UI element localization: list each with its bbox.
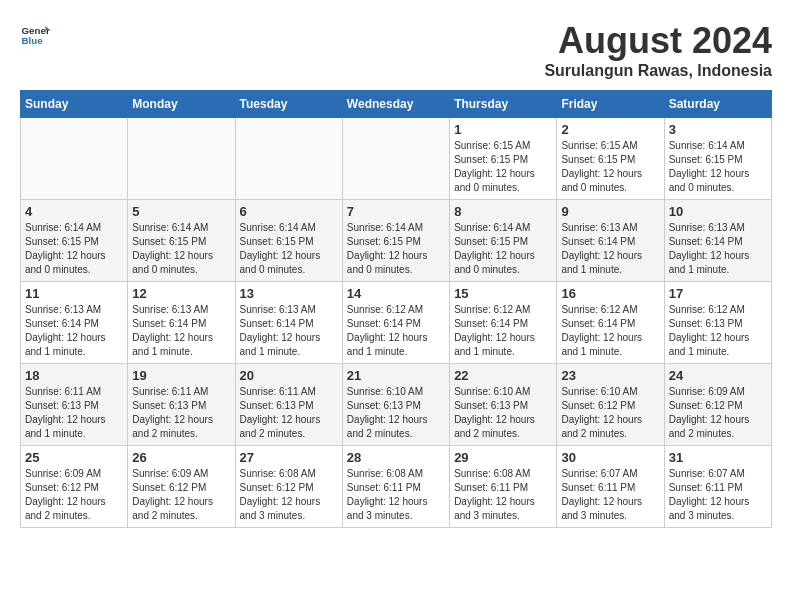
- calendar-table: SundayMondayTuesdayWednesdayThursdayFrid…: [20, 90, 772, 528]
- calendar-cell: 24Sunrise: 6:09 AM Sunset: 6:12 PM Dayli…: [664, 364, 771, 446]
- day-number: 20: [240, 368, 338, 383]
- day-number: 17: [669, 286, 767, 301]
- calendar-cell: 3Sunrise: 6:14 AM Sunset: 6:15 PM Daylig…: [664, 118, 771, 200]
- day-number: 11: [25, 286, 123, 301]
- calendar-cell: 17Sunrise: 6:12 AM Sunset: 6:13 PM Dayli…: [664, 282, 771, 364]
- calendar-cell: 20Sunrise: 6:11 AM Sunset: 6:13 PM Dayli…: [235, 364, 342, 446]
- day-number: 18: [25, 368, 123, 383]
- day-number: 27: [240, 450, 338, 465]
- calendar-cell: 16Sunrise: 6:12 AM Sunset: 6:14 PM Dayli…: [557, 282, 664, 364]
- day-number: 10: [669, 204, 767, 219]
- calendar-cell: 4Sunrise: 6:14 AM Sunset: 6:15 PM Daylig…: [21, 200, 128, 282]
- calendar-week-row: 1Sunrise: 6:15 AM Sunset: 6:15 PM Daylig…: [21, 118, 772, 200]
- calendar-cell: 10Sunrise: 6:13 AM Sunset: 6:14 PM Dayli…: [664, 200, 771, 282]
- day-number: 9: [561, 204, 659, 219]
- day-info: Sunrise: 6:12 AM Sunset: 6:14 PM Dayligh…: [561, 303, 659, 359]
- calendar-cell: 15Sunrise: 6:12 AM Sunset: 6:14 PM Dayli…: [450, 282, 557, 364]
- subtitle: Surulangun Rawas, Indonesia: [544, 62, 772, 80]
- calendar-cell: 22Sunrise: 6:10 AM Sunset: 6:13 PM Dayli…: [450, 364, 557, 446]
- calendar-cell: 30Sunrise: 6:07 AM Sunset: 6:11 PM Dayli…: [557, 446, 664, 528]
- calendar-cell: 23Sunrise: 6:10 AM Sunset: 6:12 PM Dayli…: [557, 364, 664, 446]
- day-info: Sunrise: 6:11 AM Sunset: 6:13 PM Dayligh…: [240, 385, 338, 441]
- day-number: 5: [132, 204, 230, 219]
- day-number: 3: [669, 122, 767, 137]
- day-info: Sunrise: 6:12 AM Sunset: 6:14 PM Dayligh…: [347, 303, 445, 359]
- calendar-week-row: 4Sunrise: 6:14 AM Sunset: 6:15 PM Daylig…: [21, 200, 772, 282]
- day-info: Sunrise: 6:14 AM Sunset: 6:15 PM Dayligh…: [132, 221, 230, 277]
- day-number: 21: [347, 368, 445, 383]
- calendar-cell: 9Sunrise: 6:13 AM Sunset: 6:14 PM Daylig…: [557, 200, 664, 282]
- main-title: August 2024: [544, 20, 772, 62]
- weekday-header-row: SundayMondayTuesdayWednesdayThursdayFrid…: [21, 91, 772, 118]
- day-number: 1: [454, 122, 552, 137]
- weekday-header-sunday: Sunday: [21, 91, 128, 118]
- day-number: 12: [132, 286, 230, 301]
- day-number: 22: [454, 368, 552, 383]
- calendar-week-row: 25Sunrise: 6:09 AM Sunset: 6:12 PM Dayli…: [21, 446, 772, 528]
- calendar-cell: 14Sunrise: 6:12 AM Sunset: 6:14 PM Dayli…: [342, 282, 449, 364]
- day-number: 8: [454, 204, 552, 219]
- calendar-cell: 13Sunrise: 6:13 AM Sunset: 6:14 PM Dayli…: [235, 282, 342, 364]
- weekday-header-tuesday: Tuesday: [235, 91, 342, 118]
- weekday-header-monday: Monday: [128, 91, 235, 118]
- day-info: Sunrise: 6:07 AM Sunset: 6:11 PM Dayligh…: [669, 467, 767, 523]
- day-number: 26: [132, 450, 230, 465]
- day-number: 24: [669, 368, 767, 383]
- day-info: Sunrise: 6:09 AM Sunset: 6:12 PM Dayligh…: [669, 385, 767, 441]
- logo-icon: General Blue: [20, 20, 50, 50]
- calendar-cell: 12Sunrise: 6:13 AM Sunset: 6:14 PM Dayli…: [128, 282, 235, 364]
- calendar-cell: 27Sunrise: 6:08 AM Sunset: 6:12 PM Dayli…: [235, 446, 342, 528]
- day-number: 15: [454, 286, 552, 301]
- calendar-cell: [128, 118, 235, 200]
- calendar-cell: [342, 118, 449, 200]
- day-info: Sunrise: 6:14 AM Sunset: 6:15 PM Dayligh…: [347, 221, 445, 277]
- day-number: 4: [25, 204, 123, 219]
- day-number: 13: [240, 286, 338, 301]
- calendar-cell: 5Sunrise: 6:14 AM Sunset: 6:15 PM Daylig…: [128, 200, 235, 282]
- weekday-header-thursday: Thursday: [450, 91, 557, 118]
- weekday-header-friday: Friday: [557, 91, 664, 118]
- day-info: Sunrise: 6:13 AM Sunset: 6:14 PM Dayligh…: [132, 303, 230, 359]
- day-info: Sunrise: 6:14 AM Sunset: 6:15 PM Dayligh…: [669, 139, 767, 195]
- calendar-cell: 11Sunrise: 6:13 AM Sunset: 6:14 PM Dayli…: [21, 282, 128, 364]
- calendar-cell: 28Sunrise: 6:08 AM Sunset: 6:11 PM Dayli…: [342, 446, 449, 528]
- calendar-cell: 18Sunrise: 6:11 AM Sunset: 6:13 PM Dayli…: [21, 364, 128, 446]
- calendar-cell: 2Sunrise: 6:15 AM Sunset: 6:15 PM Daylig…: [557, 118, 664, 200]
- calendar-cell: 1Sunrise: 6:15 AM Sunset: 6:15 PM Daylig…: [450, 118, 557, 200]
- day-info: Sunrise: 6:14 AM Sunset: 6:15 PM Dayligh…: [454, 221, 552, 277]
- weekday-header-wednesday: Wednesday: [342, 91, 449, 118]
- day-number: 25: [25, 450, 123, 465]
- calendar-cell: [21, 118, 128, 200]
- calendar-cell: 29Sunrise: 6:08 AM Sunset: 6:11 PM Dayli…: [450, 446, 557, 528]
- day-info: Sunrise: 6:11 AM Sunset: 6:13 PM Dayligh…: [132, 385, 230, 441]
- calendar-cell: 8Sunrise: 6:14 AM Sunset: 6:15 PM Daylig…: [450, 200, 557, 282]
- calendar-cell: 19Sunrise: 6:11 AM Sunset: 6:13 PM Dayli…: [128, 364, 235, 446]
- day-info: Sunrise: 6:12 AM Sunset: 6:14 PM Dayligh…: [454, 303, 552, 359]
- day-number: 29: [454, 450, 552, 465]
- page-header: General Blue August 2024 Surulangun Rawa…: [20, 20, 772, 80]
- svg-text:Blue: Blue: [22, 35, 44, 46]
- calendar-cell: 25Sunrise: 6:09 AM Sunset: 6:12 PM Dayli…: [21, 446, 128, 528]
- day-number: 28: [347, 450, 445, 465]
- calendar-cell: 6Sunrise: 6:14 AM Sunset: 6:15 PM Daylig…: [235, 200, 342, 282]
- day-info: Sunrise: 6:14 AM Sunset: 6:15 PM Dayligh…: [25, 221, 123, 277]
- day-info: Sunrise: 6:15 AM Sunset: 6:15 PM Dayligh…: [561, 139, 659, 195]
- day-info: Sunrise: 6:10 AM Sunset: 6:13 PM Dayligh…: [454, 385, 552, 441]
- day-number: 2: [561, 122, 659, 137]
- day-info: Sunrise: 6:13 AM Sunset: 6:14 PM Dayligh…: [240, 303, 338, 359]
- day-number: 30: [561, 450, 659, 465]
- day-number: 7: [347, 204, 445, 219]
- day-info: Sunrise: 6:13 AM Sunset: 6:14 PM Dayligh…: [669, 221, 767, 277]
- day-number: 14: [347, 286, 445, 301]
- day-number: 23: [561, 368, 659, 383]
- day-info: Sunrise: 6:13 AM Sunset: 6:14 PM Dayligh…: [561, 221, 659, 277]
- calendar-cell: 21Sunrise: 6:10 AM Sunset: 6:13 PM Dayli…: [342, 364, 449, 446]
- day-number: 6: [240, 204, 338, 219]
- weekday-header-saturday: Saturday: [664, 91, 771, 118]
- day-number: 19: [132, 368, 230, 383]
- day-info: Sunrise: 6:07 AM Sunset: 6:11 PM Dayligh…: [561, 467, 659, 523]
- day-info: Sunrise: 6:10 AM Sunset: 6:13 PM Dayligh…: [347, 385, 445, 441]
- calendar-week-row: 18Sunrise: 6:11 AM Sunset: 6:13 PM Dayli…: [21, 364, 772, 446]
- calendar-cell: [235, 118, 342, 200]
- calendar-week-row: 11Sunrise: 6:13 AM Sunset: 6:14 PM Dayli…: [21, 282, 772, 364]
